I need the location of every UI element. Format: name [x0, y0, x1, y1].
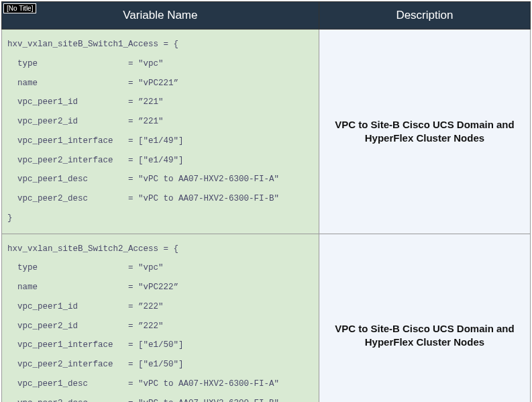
table-header-row: [No Title] Variable Name Description	[2, 2, 531, 30]
no-title-badge: [No Title]	[3, 3, 36, 13]
header-right-label: Description	[396, 9, 453, 21]
code-block: hxv_vxlan_siteB_Switch2_Access = { type …	[2, 234, 319, 403]
description-cell: VPC to Site-B Cisco UCS Domain and Hyper…	[319, 234, 530, 402]
header-variable-name: [No Title] Variable Name	[2, 2, 319, 30]
description-cell: VPC to Site-B Cisco UCS Domain and Hyper…	[319, 30, 530, 234]
code-cell: hxv_vxlan_siteB_Switch1_Access = { type …	[2, 30, 319, 234]
header-left-label: Variable Name	[123, 9, 197, 21]
table-row: hxv_vxlan_siteB_Switch2_Access = { type …	[2, 234, 531, 402]
code-block: hxv_vxlan_siteB_Switch1_Access = { type …	[2, 30, 319, 234]
header-description: Description	[319, 2, 530, 30]
code-cell: hxv_vxlan_siteB_Switch2_Access = { type …	[2, 234, 319, 402]
table-row: hxv_vxlan_siteB_Switch1_Access = { type …	[2, 30, 531, 234]
config-table: [No Title] Variable Name Description hxv…	[1, 1, 531, 402]
